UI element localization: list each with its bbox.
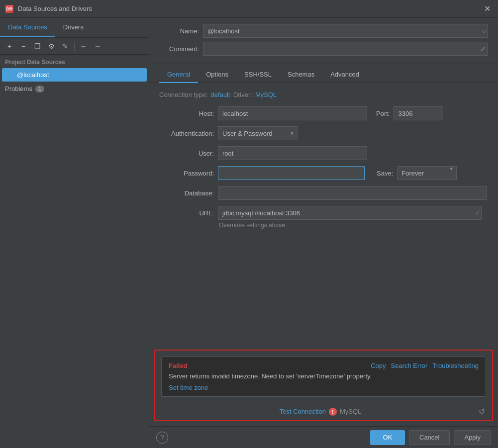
close-button[interactable]: ✕ bbox=[481, 3, 493, 15]
comment-label: Comment: bbox=[159, 45, 199, 53]
cancel-button[interactable]: Cancel bbox=[409, 430, 450, 445]
search-error-link[interactable]: Search Error bbox=[391, 362, 428, 369]
error-section: Failed Copy Search Error Troubleshooting… bbox=[154, 350, 493, 421]
driver-label: Driver: bbox=[233, 91, 252, 98]
name-row: Name: ○ bbox=[159, 24, 488, 38]
help-button[interactable]: ? bbox=[156, 432, 168, 444]
url-label: URL: bbox=[159, 209, 214, 217]
apply-button[interactable]: Apply bbox=[454, 430, 491, 445]
connection-type-row: Connection type: default Driver: MySQL bbox=[159, 91, 488, 98]
password-input[interactable] bbox=[218, 166, 365, 180]
bottom-bar: ? OK Cancel Apply bbox=[149, 426, 498, 448]
driver-label-bar: MySQL bbox=[340, 408, 361, 415]
main-panel: Name: ○ Comment: ⤢ General bbox=[149, 18, 498, 448]
bottom-right: OK Cancel Apply bbox=[370, 430, 491, 445]
svg-point-0 bbox=[8, 72, 13, 74]
sidebar-item-localhost[interactable]: @localhost bbox=[2, 68, 147, 82]
url-expand-icon[interactable]: ⤢ bbox=[475, 210, 480, 216]
expand-icon[interactable]: ⤢ bbox=[480, 45, 486, 53]
host-label: Host: bbox=[159, 110, 214, 117]
sync-icon[interactable]: ○ bbox=[482, 27, 486, 35]
connection-type-value[interactable]: default bbox=[211, 91, 230, 98]
bottom-left: ? bbox=[156, 432, 168, 444]
host-row: Host: Port: bbox=[159, 106, 488, 120]
problems-label: Problems bbox=[5, 85, 32, 92]
test-connection-bar: Test Connection ! MySQL ↺ bbox=[155, 403, 492, 420]
tab-drivers[interactable]: Drivers bbox=[55, 18, 92, 37]
password-label: Password: bbox=[159, 170, 214, 177]
tab-data-sources[interactable]: Data Sources bbox=[0, 18, 55, 37]
tab-options[interactable]: Options bbox=[198, 67, 236, 83]
project-data-sources-label: Project Data Sources bbox=[0, 55, 149, 68]
add-button[interactable]: + bbox=[3, 40, 16, 53]
problems-badge: 1 bbox=[35, 86, 44, 92]
tab-advanced[interactable]: Advanced bbox=[322, 67, 367, 83]
edit-button[interactable]: ✎ bbox=[59, 40, 72, 53]
host-input[interactable] bbox=[218, 106, 367, 120]
title-bar: DB Data Sources and Drivers ✕ bbox=[0, 0, 498, 18]
copy-link[interactable]: Copy bbox=[371, 362, 386, 369]
error-title: Failed bbox=[169, 362, 188, 369]
forward-button[interactable]: → bbox=[91, 40, 104, 53]
auth-select[interactable]: User & Password No auth SSH tunnel bbox=[218, 126, 298, 140]
sidebar: Data Sources Drivers + − ❐ ⚙ ✎ ← → Proje… bbox=[0, 18, 149, 448]
sidebar-toolbar: + − ❐ ⚙ ✎ ← → bbox=[0, 38, 149, 55]
content-area: Data Sources Drivers + − ❐ ⚙ ✎ ← → Proje… bbox=[0, 18, 498, 448]
sidebar-tabs: Data Sources Drivers bbox=[0, 18, 149, 38]
test-conn-center: Test Connection ! MySQL bbox=[280, 408, 362, 416]
tab-general[interactable]: General bbox=[159, 67, 198, 83]
test-connection-link[interactable]: Test Connection bbox=[280, 408, 326, 415]
error-header: Failed Copy Search Error Troubleshooting bbox=[169, 362, 479, 369]
connection-type-label: Connection type: bbox=[159, 91, 208, 98]
save-select-wrap: Forever Until restart Never ▼ bbox=[397, 166, 457, 180]
refresh-icon[interactable]: ↺ bbox=[479, 407, 485, 416]
panel-content: Connection type: default Driver: MySQL H… bbox=[149, 83, 498, 350]
auth-select-wrap: User & Password No auth SSH tunnel ▼ bbox=[218, 126, 298, 140]
database-row: Database: bbox=[159, 186, 488, 200]
user-label: User: bbox=[159, 150, 214, 157]
auth-row: Authentication: User & Password No auth … bbox=[159, 126, 488, 140]
settings-button[interactable]: ⚙ bbox=[45, 40, 58, 53]
database-input[interactable] bbox=[218, 186, 487, 200]
driver-value[interactable]: MySQL bbox=[255, 91, 277, 98]
comment-input-wrap: ⤢ bbox=[203, 42, 488, 56]
problems-section[interactable]: Problems 1 bbox=[0, 82, 149, 95]
error-box: Failed Copy Search Error Troubleshooting… bbox=[161, 357, 486, 397]
url-hint: Overrides settings above bbox=[219, 222, 488, 229]
panel-tabs: General Options SSH/SSL Schemas Advanced bbox=[149, 64, 498, 83]
main-window: DB Data Sources and Drivers ✕ Data Sourc… bbox=[0, 0, 498, 448]
url-row: URL: ⤢ bbox=[159, 206, 488, 220]
name-label: Name: bbox=[159, 27, 199, 35]
localhost-label: @localhost bbox=[17, 71, 49, 79]
save-select[interactable]: Forever Until restart Never bbox=[397, 166, 457, 180]
app-icon: DB bbox=[5, 4, 14, 13]
error-indicator: ! bbox=[329, 408, 337, 416]
password-row: Password: Save: Forever Until restart Ne… bbox=[159, 166, 488, 180]
port-label: Port: bbox=[376, 110, 390, 117]
tab-schemas[interactable]: Schemas bbox=[280, 67, 322, 83]
comment-input[interactable] bbox=[203, 42, 488, 56]
remove-button[interactable]: − bbox=[17, 40, 30, 53]
tab-sshssl[interactable]: SSH/SSL bbox=[236, 67, 280, 83]
user-row: User: bbox=[159, 146, 488, 160]
error-actions: Copy Search Error Troubleshooting bbox=[371, 362, 479, 369]
database-icon bbox=[7, 71, 14, 79]
ok-button[interactable]: OK bbox=[370, 430, 405, 445]
set-timezone-link[interactable]: Set time zone bbox=[169, 384, 208, 391]
name-input-wrap: ○ bbox=[203, 24, 488, 38]
name-input[interactable] bbox=[203, 24, 488, 38]
window-title: Data Sources and Drivers bbox=[18, 5, 481, 12]
url-input-wrap: ⤢ bbox=[218, 206, 482, 220]
toolbar-separator bbox=[74, 42, 75, 51]
auth-label: Authentication: bbox=[159, 130, 214, 137]
troubleshooting-link[interactable]: Troubleshooting bbox=[432, 362, 479, 369]
form-header: Name: ○ Comment: ⤢ bbox=[149, 18, 498, 64]
save-label: Save: bbox=[377, 170, 393, 177]
url-input[interactable] bbox=[218, 206, 482, 220]
user-input[interactable] bbox=[218, 146, 367, 160]
port-input[interactable] bbox=[394, 106, 443, 120]
database-label: Database: bbox=[159, 189, 214, 197]
copy-button[interactable]: ❐ bbox=[31, 40, 44, 53]
back-button[interactable]: ← bbox=[77, 40, 90, 53]
error-message: Server returns invalid timezone. Need to… bbox=[169, 372, 479, 380]
